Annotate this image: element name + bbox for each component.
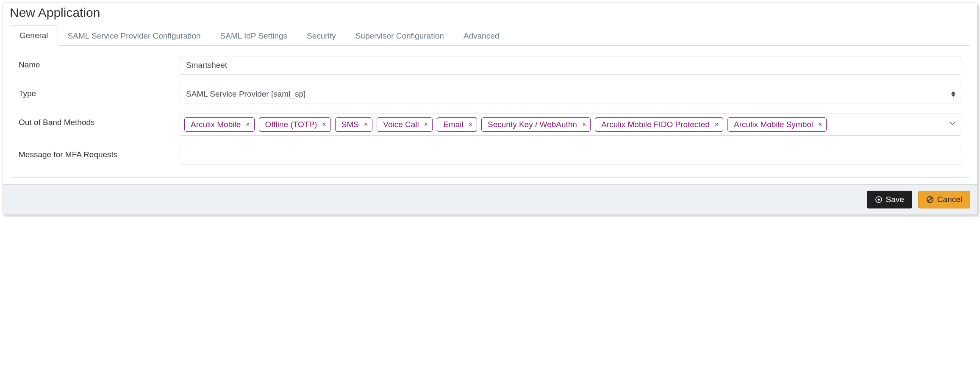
tabs-bar: General SAML Service Provider Configurat… <box>3 25 977 45</box>
target-icon <box>875 196 883 203</box>
tag-arculix-mobile-symbol: Arculix Mobile Symbol × <box>727 117 827 132</box>
name-input[interactable] <box>180 56 961 75</box>
tag-label: SMS <box>341 120 359 129</box>
row-oob-methods: Out of Band Methods Arculix Mobile × Off… <box>19 114 961 136</box>
svg-point-1 <box>877 199 880 201</box>
tag-security-key-webauthn: Security Key / WebAuthn × <box>481 117 591 132</box>
tag-label: Security Key / WebAuthn <box>488 120 577 129</box>
tab-content-wrap: Name Type SAML Service Provider [saml_sp… <box>3 45 977 184</box>
row-type: Type SAML Service Provider [saml_sp] <box>19 85 961 103</box>
close-icon[interactable]: × <box>715 121 719 128</box>
save-button[interactable]: Save <box>867 191 912 208</box>
tab-saml-sp-config[interactable]: SAML Service Provider Configuration <box>58 26 211 46</box>
tab-security[interactable]: Security <box>297 26 346 46</box>
svg-line-3 <box>928 198 932 202</box>
type-label: Type <box>19 85 180 98</box>
type-control: SAML Service Provider [saml_sp] <box>180 85 961 103</box>
type-select[interactable]: SAML Service Provider [saml_sp] <box>180 85 961 103</box>
mfa-control <box>180 146 961 164</box>
tag-label: Arculix Mobile <box>191 120 241 129</box>
close-icon[interactable]: × <box>818 121 822 128</box>
mfa-label: Message for MFA Requests <box>19 146 180 159</box>
new-application-dialog: New Application General SAML Service Pro… <box>3 3 977 215</box>
row-mfa-message: Message for MFA Requests <box>19 146 961 164</box>
tag-email: Email × <box>437 117 477 132</box>
tag-sms: SMS × <box>335 117 373 132</box>
ban-icon <box>926 196 934 203</box>
page-title: New Application <box>3 3 977 25</box>
name-control <box>180 56 961 75</box>
tab-general[interactable]: General <box>10 25 58 46</box>
tag-label: Voice Call <box>383 120 419 129</box>
tag-label: Offline (TOTP) <box>265 120 317 129</box>
tab-saml-idp-settings[interactable]: SAML IdP Settings <box>211 26 297 46</box>
tab-content-general: Name Type SAML Service Provider [saml_sp… <box>10 45 970 178</box>
tag-arculix-mobile-fido: Arculix Mobile FIDO Protected × <box>595 117 723 132</box>
oob-label: Out of Band Methods <box>19 114 180 127</box>
cancel-button[interactable]: Cancel <box>918 191 970 208</box>
close-icon[interactable]: × <box>582 121 586 128</box>
tag-voice-call: Voice Call × <box>377 117 433 132</box>
tag-label: Arculix Mobile FIDO Protected <box>601 120 710 129</box>
cancel-label: Cancel <box>937 195 962 204</box>
tab-advanced[interactable]: Advanced <box>454 26 509 46</box>
name-label: Name <box>19 56 180 69</box>
close-icon[interactable]: × <box>322 121 326 128</box>
oob-tags-input[interactable]: Arculix Mobile × Offline (TOTP) × SMS × <box>180 114 961 136</box>
close-icon[interactable]: × <box>246 121 250 128</box>
close-icon[interactable]: × <box>424 121 428 128</box>
tag-arculix-mobile: Arculix Mobile × <box>184 117 255 132</box>
close-icon[interactable]: × <box>364 121 368 128</box>
tag-label: Email <box>443 120 464 129</box>
save-label: Save <box>886 195 904 204</box>
tab-supervisor-config[interactable]: Supervisor Configuration <box>346 26 454 46</box>
close-icon[interactable]: × <box>469 121 472 128</box>
mfa-input[interactable] <box>180 146 961 164</box>
row-name: Name <box>19 56 961 75</box>
oob-control: Arculix Mobile × Offline (TOTP) × SMS × <box>180 114 961 136</box>
tag-offline-totp: Offline (TOTP) × <box>259 117 331 132</box>
tag-label: Arculix Mobile Symbol <box>734 120 813 129</box>
dialog-footer: Save Cancel <box>3 184 977 214</box>
